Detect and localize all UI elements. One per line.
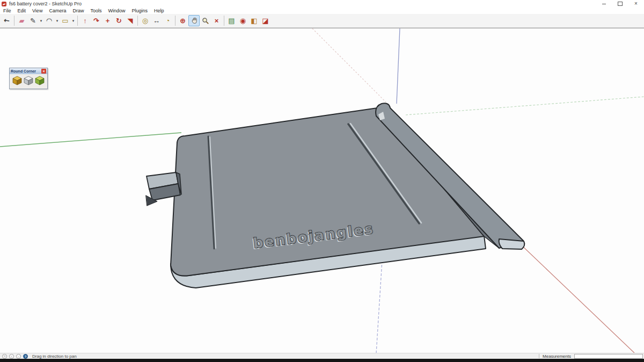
round-corner-dialog: Round Corner × xyxy=(9,68,48,89)
toolbar-separator xyxy=(224,16,224,26)
toolbar-separator xyxy=(14,16,14,26)
measurements-label: Measurements xyxy=(543,354,571,359)
window-title: fs6 battery cover2 - SketchUp Pro xyxy=(9,1,82,6)
round-corner-close-icon[interactable]: × xyxy=(41,69,46,74)
gold-cube-icon xyxy=(12,76,23,85)
model-scene: benbojangles benbojangles xyxy=(0,28,644,353)
components-tool[interactable]: ◧ xyxy=(248,15,260,26)
toolbar: ↖ ▰ ✎ ▾ ◠ ▾ ▭ ▾ ↑ ↷ + ↻ ◥ ◎ ↔ ◔ ⊕ × ▤ ◉ … xyxy=(0,14,644,28)
menu-tools[interactable]: Tools xyxy=(87,8,105,14)
statusbar-divider xyxy=(539,354,539,358)
title-bar: fs6 battery cover2 - SketchUp Pro × xyxy=(0,0,644,8)
menu-plugins[interactable]: Plugins xyxy=(128,8,151,14)
bevel-corners-button[interactable] xyxy=(34,75,45,86)
status-bar: ? i ♁ ? Drag in direction to pan Measure… xyxy=(0,353,644,359)
geolocation-icon[interactable]: ♁ xyxy=(16,354,21,359)
select-cursor-icon: ↖ xyxy=(2,16,11,25)
menu-edit[interactable]: Edit xyxy=(14,8,30,14)
minimize-button[interactable] xyxy=(596,0,612,8)
extensions-tool[interactable]: ◪ xyxy=(260,15,271,26)
rectangle-tool-dropdown[interactable]: ▾ xyxy=(71,15,76,26)
pan-tool[interactable] xyxy=(188,15,200,26)
menu-draw[interactable]: Draw xyxy=(69,8,87,14)
toolbar-separator xyxy=(137,16,138,26)
menu-file[interactable]: File xyxy=(0,8,14,14)
toolbar-separator xyxy=(175,16,175,26)
menu-camera[interactable]: Camera xyxy=(46,8,69,14)
protractor-tool[interactable]: ◔ xyxy=(162,15,173,26)
scale-tool[interactable]: ◥ xyxy=(125,15,136,26)
follow-me-tool[interactable]: ↷ xyxy=(91,15,102,26)
line-tool[interactable]: ✎ xyxy=(27,15,39,26)
bottom-edge-bar xyxy=(0,359,644,362)
orbit-tool[interactable]: ⊕ xyxy=(177,15,188,26)
zoom-extents-tool[interactable]: × xyxy=(211,15,222,26)
toolbar-separator xyxy=(77,16,78,26)
line-tool-dropdown[interactable]: ▾ xyxy=(39,15,43,26)
info-icon[interactable]: i xyxy=(9,354,14,359)
move-tool[interactable]: + xyxy=(102,15,113,26)
warehouse-tool[interactable]: ◉ xyxy=(237,15,248,26)
learn-icon[interactable]: ? xyxy=(23,354,28,359)
arc-tool[interactable]: ◠ xyxy=(43,15,55,26)
menu-view[interactable]: View xyxy=(29,8,46,14)
measurements-input[interactable] xyxy=(574,354,643,359)
select-tool[interactable]: ↖ xyxy=(1,15,12,26)
blue-axis-line xyxy=(397,28,400,104)
menu-window[interactable]: Window xyxy=(105,8,128,14)
rail-end-cap[interactable] xyxy=(499,239,525,249)
close-button[interactable]: × xyxy=(628,0,644,8)
rotate-tool[interactable]: ↻ xyxy=(113,15,125,26)
silver-cube-icon xyxy=(23,76,34,85)
dimension-tool[interactable]: ↔ xyxy=(151,15,162,26)
menu-help[interactable]: Help xyxy=(151,8,167,14)
sharp-corners-button[interactable] xyxy=(23,75,34,86)
tape-measure-tool[interactable]: ◎ xyxy=(140,15,151,26)
status-hint: Drag in direction to pan xyxy=(32,354,77,359)
push-pull-tool[interactable]: ↑ xyxy=(79,15,91,26)
green-axis-negative-line xyxy=(406,97,644,115)
green-axis-line xyxy=(0,133,181,147)
round-corner-title-bar[interactable]: Round Corner × xyxy=(10,68,47,74)
round-corner-title: Round Corner xyxy=(11,69,36,73)
viewport-canvas[interactable]: benbojangles benbojangles Round Corner × xyxy=(0,28,644,353)
magnifier-icon xyxy=(202,17,209,25)
rectangle-tool[interactable]: ▭ xyxy=(60,15,71,26)
blue-axis-negative-line xyxy=(376,260,382,353)
red-axis-negative-line xyxy=(312,28,386,102)
model-info-tool[interactable]: ▤ xyxy=(226,15,237,26)
green-cube-icon xyxy=(34,76,45,85)
pan-hand-icon xyxy=(191,17,198,25)
red-axis-line xyxy=(519,243,634,353)
zoom-tool[interactable] xyxy=(200,15,211,26)
eraser-tool[interactable]: ▰ xyxy=(16,15,27,26)
menu-bar: File Edit View Camera Draw Tools Window … xyxy=(0,8,644,14)
round-corners-button[interactable] xyxy=(12,75,23,86)
sketchup-logo-icon xyxy=(2,2,6,6)
sketchup-window: fs6 battery cover2 - SketchUp Pro × File… xyxy=(0,0,644,362)
help-icon[interactable]: ? xyxy=(2,354,7,359)
maximize-button[interactable] xyxy=(612,0,628,8)
arc-tool-dropdown[interactable]: ▾ xyxy=(55,15,60,26)
